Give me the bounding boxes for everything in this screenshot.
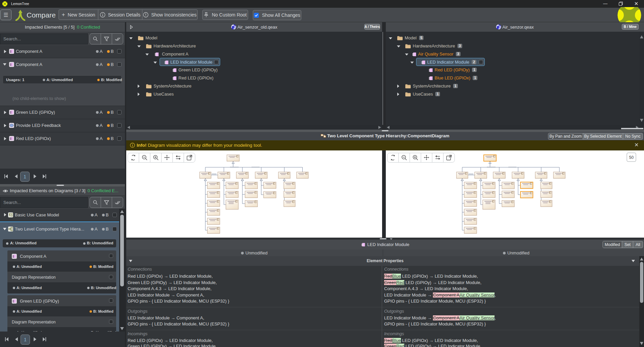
svg-text:50: 50 [629,155,634,160]
